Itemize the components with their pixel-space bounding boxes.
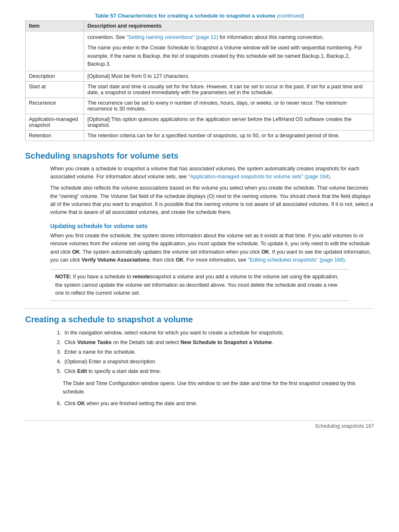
row-desc-retention: The retention criteria can be for a spec… bbox=[84, 130, 374, 141]
note-text-before: If you have a schedule to bbox=[72, 274, 131, 280]
section1-para2: The schedule also reflects the volume as… bbox=[25, 184, 374, 217]
step5-subtext: The Date and Time Configuration window o… bbox=[25, 380, 374, 396]
step6-text-before: Click bbox=[64, 401, 77, 406]
editing-scheduled-link[interactable]: "Editing scheduled snapshots" (page 168) bbox=[248, 257, 345, 263]
step3-text: Enter a name for the schedule. bbox=[64, 349, 136, 355]
step2-text-after: . bbox=[272, 339, 273, 345]
list-item: (Optional) Enter a snapshot description. bbox=[63, 357, 374, 366]
footer-text: Scheduling snapshots 167 bbox=[315, 423, 374, 429]
section-divider bbox=[25, 308, 374, 309]
step1-text: In the navigation window, select volume … bbox=[64, 330, 284, 336]
row-desc-startat: The start date and time is usually set f… bbox=[84, 81, 374, 98]
step5-text-after: to specify a start date and time. bbox=[87, 368, 161, 374]
row-desc-description: [Optional] Must be from 0 to 127 charact… bbox=[84, 71, 374, 81]
table-title: Table 57 Characteristics for creating a … bbox=[25, 13, 374, 19]
row-item-blank bbox=[26, 31, 84, 71]
section1-sub-para: When you first create the schedule, the … bbox=[25, 232, 374, 265]
table-row: Retention The retention criteria can be … bbox=[26, 130, 374, 141]
list-item: Enter a name for the schedule. bbox=[63, 348, 374, 356]
step2-text-before: Click bbox=[64, 339, 77, 345]
col-item-header: Item bbox=[26, 21, 84, 31]
col-desc-header: Description and requirements bbox=[84, 21, 374, 31]
sub-para-bold1: OK bbox=[72, 249, 80, 255]
sub-para-mid3: , then click bbox=[150, 257, 174, 263]
row-item-recurrence: Recurrence bbox=[26, 98, 84, 114]
row-desc-convention: convention. See "Setting naming conventi… bbox=[84, 31, 374, 71]
step5-text-before: Click bbox=[64, 368, 77, 374]
steps-list: In the navigation window, select volume … bbox=[25, 329, 374, 375]
step6-text-after: when you are finished setting the date a… bbox=[85, 401, 197, 406]
table-continued: (continued) bbox=[277, 13, 304, 19]
footer: Scheduling snapshots 167 bbox=[25, 420, 374, 429]
table-row: convention. See "Setting naming conventi… bbox=[26, 31, 374, 71]
row-item-startat: Start at bbox=[26, 81, 84, 98]
sub-para-bold3: Verify Volume Associations bbox=[82, 257, 150, 263]
table-row: Description [Optional] Must be from 0 to… bbox=[26, 71, 374, 81]
step4-text: (Optional) Enter a snapshot description. bbox=[64, 359, 156, 365]
sub-para-mid4: . For more information, see bbox=[184, 257, 246, 263]
table-row: Recurrence The recurrence can be set to … bbox=[26, 98, 374, 114]
sub-para-bold4: OK bbox=[176, 257, 184, 263]
list-item: In the navigation window, select volume … bbox=[63, 329, 374, 337]
step2-bold1: Volume Tasks bbox=[77, 339, 112, 345]
step2-text-mid: on the Details tab and select bbox=[112, 339, 181, 345]
table-title-text: Table 57 Characteristics for creating a … bbox=[95, 13, 276, 19]
steps-list-cont: Click OK when you are finished setting t… bbox=[25, 399, 374, 408]
step5-bold: Edit bbox=[77, 368, 87, 374]
row-item-retention: Retention bbox=[26, 130, 84, 141]
sub-para-bold2: OK bbox=[261, 249, 269, 255]
section2-heading: Creating a schedule to snapshot a volume bbox=[25, 315, 374, 324]
section1-para1-end: . bbox=[330, 174, 331, 180]
table-row: Start at The start date and time is usua… bbox=[26, 81, 374, 98]
step2-bold2: New Schedule to Snapshot a Volume bbox=[180, 339, 272, 345]
sub-para-end: . bbox=[345, 257, 346, 263]
row-item-appsnapshot: Application-managed snapshot bbox=[26, 114, 84, 130]
note-box: NOTE: If you have a schedule to remotesn… bbox=[50, 269, 349, 301]
section1-para1: When you create a schedule to snapshot a… bbox=[25, 165, 374, 181]
table-row: Application-managed snapshot [Optional] … bbox=[26, 114, 374, 130]
row-desc-appsnapshot: [Optional] This option quiesces applicat… bbox=[84, 114, 374, 130]
list-item: Click Edit to specify a start date and t… bbox=[63, 367, 374, 375]
sub-para-mid: . The system automatically updates the v… bbox=[80, 249, 260, 255]
row-item-description: Description bbox=[26, 71, 84, 81]
step6-bold: OK bbox=[77, 401, 85, 406]
note-bold: remote bbox=[133, 274, 150, 280]
note-label: NOTE: bbox=[55, 274, 72, 280]
volume-sets-link[interactable]: "Application-managed snapshots for volum… bbox=[188, 174, 330, 180]
section1-heading: Scheduling snapshots for volume sets bbox=[25, 151, 374, 161]
characteristics-table: Item Description and requirements conven… bbox=[25, 21, 374, 141]
section1-subheading: Updating schedule for volume sets bbox=[25, 223, 374, 229]
list-item: Click Volume Tasks on the Details tab an… bbox=[63, 338, 374, 347]
list-item: Click OK when you are finished setting t… bbox=[63, 399, 374, 408]
naming-conventions-link[interactable]: "Setting naming conventions" (page 11) bbox=[126, 34, 218, 40]
table-title-container: Table 57 Characteristics for creating a … bbox=[25, 13, 374, 19]
row-desc-recurrence: The recurrence can be set to every n num… bbox=[84, 98, 374, 114]
